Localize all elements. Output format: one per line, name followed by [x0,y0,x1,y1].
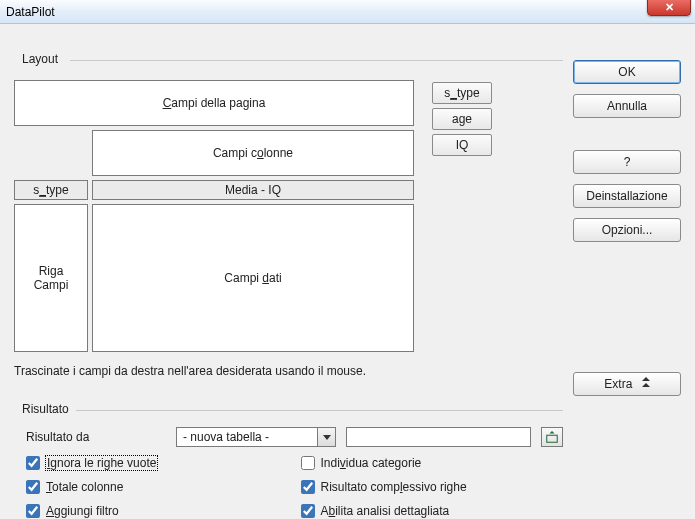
check-total-columns[interactable]: Totale colonne [26,480,289,494]
row-layout-header: s_type [14,180,88,200]
check-add-filter-label: Aggiungi filtro [46,504,119,518]
result-destination-combo[interactable]: - nuova tabella - [176,427,336,447]
layout-group-line [70,60,563,61]
options-button[interactable]: Opzioni... [573,218,681,242]
page-fields-label: Campi della pagina [163,96,266,110]
ok-button[interactable]: OK [573,60,681,84]
result-destination-value: - nuova tabella - [177,428,317,446]
field-button-stype[interactable]: s_type [432,82,492,104]
uninstall-button[interactable]: Deinstallazione [573,184,681,208]
drag-hint-text: Trascinate i campi da destra nell'area d… [14,364,366,378]
result-destination-row: Risultato da - nuova tabella - [26,426,563,448]
shrink-icon [545,430,559,444]
check-identify-categories-label: Individua categorie [321,456,422,470]
close-icon: ✕ [665,1,674,14]
data-fields-dropzone[interactable]: Campi dati [92,204,414,352]
check-ignore-empty-rows[interactable]: Ignora le righe vuote [26,456,289,470]
dialog-button-column: OK Annulla ? Deinstallazione Opzioni... [573,60,681,242]
row-fields-dropzone[interactable]: Riga Campi [14,204,88,352]
window-title: DataPilot [6,5,55,19]
field-button-age[interactable]: age [432,108,492,130]
dialog-client-area: OK Annulla ? Deinstallazione Opzioni... … [0,24,695,519]
column-fields-label: Campi colonne [213,146,293,160]
check-enable-drilldown[interactable]: Abilita analisi dettagliata [301,504,564,518]
disclose-up-icon [642,377,650,387]
check-enable-drilldown-label: Abilita analisi dettagliata [321,504,450,518]
shrink-reference-button[interactable] [541,427,563,447]
svg-rect-0 [547,435,558,442]
column-fields-dropzone[interactable]: Campi colonne [92,130,414,176]
close-button[interactable]: ✕ [647,0,691,16]
extra-button-label: Extra [604,377,632,391]
page-fields-dropzone[interactable]: Campi della pagina [14,80,414,126]
layout-group-label: Layout [18,52,62,66]
check-ignore-empty-rows-label: Ignora le righe vuote [46,456,157,470]
chevron-down-icon [317,428,335,446]
result-group-label: Risultato [18,402,73,416]
cancel-button[interactable]: Annulla [573,94,681,118]
help-button[interactable]: ? [573,150,681,174]
check-total-columns-label: Totale colonne [46,480,123,494]
titlebar: DataPilot [0,0,695,24]
field-button-iq[interactable]: IQ [432,134,492,156]
check-identify-categories[interactable]: Individua categorie [301,456,564,470]
check-total-rows[interactable]: Risultato complessivo righe [301,480,564,494]
result-group-line [76,410,563,411]
row-fields-label: Riga Campi [34,264,69,292]
check-total-rows-label: Risultato complessivo righe [321,480,467,494]
data-layout-header: Media - IQ [92,180,414,200]
result-range-input[interactable] [346,427,531,447]
result-from-label: Risultato da [26,430,166,444]
result-group: Risultato Risultato da - nuova tabella -… [14,402,563,513]
extra-button[interactable]: Extra [573,372,681,396]
check-add-filter[interactable]: Aggiungi filtro [26,504,289,518]
layout-group: Layout Campi della pagina Campi colonne … [14,52,563,392]
result-options-grid: Ignora le righe vuote Individua categori… [26,456,563,518]
data-fields-label: Campi dati [224,271,281,285]
